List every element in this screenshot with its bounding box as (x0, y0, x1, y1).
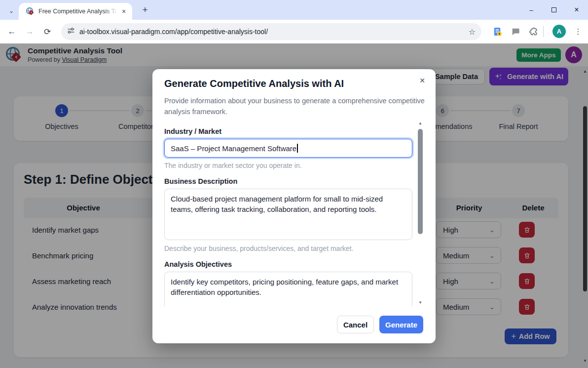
generate-button[interactable]: Generate (379, 316, 423, 333)
industry-label: Industry / Market (164, 127, 412, 135)
bookmark-star-icon[interactable]: ☆ (469, 27, 476, 37)
address-bar[interactable]: ai-toolbox.visual-paradigm.com/app/compe… (61, 23, 481, 40)
toolbar-divider (543, 26, 544, 37)
browser-titlebar: ⌄ Free Competitive Analysis Tool × + – × (0, 0, 588, 20)
window-maximize-button[interactable] (543, 0, 565, 20)
modal-scroll-up-icon[interactable]: ▲ (417, 121, 423, 125)
back-icon[interactable]: ← (6, 26, 18, 38)
maximize-icon (551, 7, 556, 12)
window-minimize-button[interactable]: – (520, 0, 543, 20)
tab-close-icon[interactable]: × (119, 7, 128, 16)
industry-value: SaaS – Project Management Software (171, 144, 296, 153)
modal-close-icon[interactable]: × (416, 74, 429, 87)
extension-doc-download-icon[interactable] (491, 26, 503, 38)
tab-list-chevron-icon[interactable]: ⌄ (5, 4, 18, 17)
modal-subtitle: Provide information about your business … (164, 96, 428, 118)
business-description-help: Describe your business, products/service… (164, 245, 412, 252)
tab-favicon (26, 7, 35, 16)
url-text[interactable]: ai-toolbox.visual-paradigm.com/app/compe… (79, 28, 465, 36)
cancel-button[interactable]: Cancel (337, 316, 374, 333)
modal-scroll-down-icon[interactable]: ▼ (417, 300, 423, 305)
generate-analysis-modal: Generate Competitive Analysis with AI × … (152, 69, 436, 343)
industry-help: The industry or market sector you operat… (164, 162, 412, 169)
extensions-puzzle-icon[interactable] (528, 26, 540, 38)
forward-icon[interactable]: → (24, 26, 36, 38)
page-viewport: Competitive Analysis Tool Powered by Vis… (0, 43, 588, 368)
modal-form-body: Industry / Market SaaS – Project Managem… (152, 121, 436, 306)
window-close-button[interactable]: × (565, 0, 588, 20)
modal-title: Generate Competitive Analysis with AI (164, 78, 344, 89)
browser-toolbar: ← → ⟳ ai-toolbox.visual-paradigm.com/app… (0, 20, 588, 43)
browser-profile-avatar[interactable]: A (552, 25, 566, 38)
modal-scrollbar[interactable]: ▲ ▼ (417, 121, 423, 305)
tab-title: Free Competitive Analysis Tool (38, 7, 117, 15)
text-caret (297, 144, 298, 153)
analysis-objectives-label: Analysis Objectives (164, 260, 412, 268)
modal-scrollbar-thumb[interactable] (418, 129, 423, 234)
business-description-textarea[interactable]: Cloud-based project management platform … (164, 189, 412, 240)
analysis-objectives-textarea[interactable]: Identify key competitors, pricing positi… (164, 272, 412, 306)
industry-input[interactable]: SaaS – Project Management Software (164, 139, 412, 158)
browser-tab[interactable]: Free Competitive Analysis Tool × (19, 3, 132, 20)
new-tab-button[interactable]: + (139, 4, 151, 16)
comment-bubble-icon[interactable] (510, 26, 521, 38)
window-controls: – × (520, 0, 588, 20)
reload-icon[interactable]: ⟳ (41, 26, 53, 38)
modal-footer: Cancel Generate (337, 316, 423, 333)
business-description-label: Business Description (164, 177, 412, 185)
browser-menu-kebab-icon[interactable]: ⋮ (572, 26, 584, 38)
site-settings-icon[interactable] (67, 27, 75, 37)
